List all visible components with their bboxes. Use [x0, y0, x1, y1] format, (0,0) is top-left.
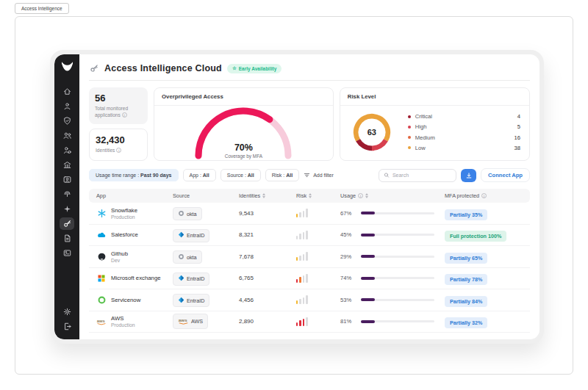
- table-row[interactable]: Servicenow EntraID 4,456 53% Partially 8…: [89, 289, 530, 311]
- add-filter-button[interactable]: Add filter: [304, 172, 334, 178]
- table-row[interactable]: awsAWSProduction awsAWS 2,890 81% Partia…: [89, 311, 530, 333]
- sidebar-item-organization[interactable]: [60, 159, 74, 171]
- app-name: AWS: [111, 315, 135, 322]
- table-row[interactable]: Microsoft exchange EntraID 6,765 74% Par…: [89, 268, 530, 290]
- brand-logo-icon: [60, 61, 74, 75]
- risk-legend-item: Medium 16: [408, 132, 520, 142]
- app-environment: Production: [111, 322, 135, 328]
- column-source[interactable]: Source: [173, 192, 239, 199]
- source-pill: EntraID: [173, 294, 209, 307]
- column-usage[interactable]: Usagei: [340, 192, 445, 199]
- filter-bar: Usage time range : Past 90 daysApp : All…: [89, 168, 530, 182]
- risk-legend-item: Critical 4: [408, 112, 520, 122]
- column-app[interactable]: App: [96, 192, 173, 199]
- table-row[interactable]: Salesforce EntraID 8,321 45% Full protec…: [89, 225, 530, 247]
- dashboard-card: Access Intelligence Cloud ☆Early Availab…: [50, 50, 544, 344]
- legend-bullet-icon: [408, 115, 411, 118]
- legend-label: Low: [415, 145, 426, 151]
- risk-legend: Critical 4 High 5 Medium 16 Low 38: [408, 112, 520, 154]
- legend-value: 16: [514, 134, 520, 141]
- info-icon[interactable]: i: [122, 112, 127, 118]
- risk-score-donut: 63: [352, 112, 392, 152]
- table-header: App Source Identities Risk Usagei MFA pr…: [89, 189, 530, 203]
- legend-bullet-icon: [408, 146, 411, 149]
- filter-pill-risk[interactable]: Risk : All: [265, 169, 299, 181]
- filter-pill-app[interactable]: App : All: [183, 169, 216, 181]
- connect-app-button[interactable]: Connect App: [481, 168, 530, 182]
- sidebar-item-identities[interactable]: [60, 100, 74, 112]
- mfa-status-badge: Full protection 100%: [445, 231, 506, 242]
- usage-percent: 81%: [340, 318, 356, 325]
- sidebar-item-logout[interactable]: [60, 320, 74, 333]
- usage-bar: [361, 299, 434, 301]
- usage-percent: 53%: [340, 297, 356, 303]
- svg-text:aws: aws: [97, 319, 105, 323]
- search-input[interactable]: [392, 173, 451, 178]
- key-icon: [62, 219, 72, 228]
- column-identities[interactable]: Identities: [239, 192, 296, 199]
- usage-percent: 45%: [340, 231, 356, 238]
- entra-logo-icon: [178, 297, 184, 305]
- page-header: Access Intelligence Cloud ☆Early Availab…: [89, 61, 530, 81]
- export-button[interactable]: [461, 169, 476, 182]
- usage-bar: [361, 320, 434, 322]
- mfa-status-badge: Partially 65%: [445, 253, 487, 264]
- table-row[interactable]: GithubDev okta 7,678 29% Partially 65%: [89, 246, 530, 268]
- okta-logo-icon: [178, 253, 184, 261]
- risk-bars: [296, 231, 340, 239]
- usage-percent: 29%: [340, 253, 356, 260]
- risk-legend-item: Low 38: [408, 142, 520, 153]
- main-content: Access Intelligence Cloud ☆Early Availab…: [79, 54, 539, 339]
- users-icon: [62, 131, 72, 140]
- gauge-value: 70%: [188, 142, 298, 153]
- entra-logo-icon: [178, 275, 184, 283]
- column-risk[interactable]: Risk: [296, 192, 340, 199]
- svg-text:aws: aws: [179, 317, 187, 322]
- info-icon[interactable]: i: [116, 148, 121, 153]
- sidebar-item-assets[interactable]: [60, 247, 74, 259]
- usage-percent: 67%: [340, 210, 356, 217]
- filter-pill-usage-time-range[interactable]: Usage time range : Past 90 days: [89, 169, 179, 181]
- search-input-wrap: [379, 169, 456, 182]
- sidebar-item-authentication[interactable]: [60, 188, 74, 201]
- sidebar-item-home[interactable]: [60, 85, 74, 98]
- sidebar-item-automations[interactable]: [60, 203, 74, 215]
- sidebar-item-settings[interactable]: [60, 306, 74, 318]
- source-pill: okta: [173, 207, 202, 220]
- apps-table: App Source Identities Risk Usagei MFA pr…: [89, 189, 530, 333]
- sidebar-item-security[interactable]: [60, 115, 74, 127]
- stat-value: 32,430: [96, 134, 141, 145]
- user-card-icon: [62, 175, 72, 184]
- legend-label: Critical: [415, 113, 432, 120]
- sidebar-item-access-intelligence[interactable]: [60, 217, 74, 230]
- source-pill: EntraID: [173, 229, 209, 242]
- legend-value: 38: [514, 145, 520, 151]
- table-row[interactable]: SnowflakeProduction okta 9,543 67% Parti…: [89, 203, 530, 225]
- risk-level-panel: Risk Level 63 Critical 4: [340, 87, 530, 161]
- mfa-status-badge: Partially 35%: [445, 209, 487, 220]
- info-icon: i: [481, 193, 487, 198]
- app-name: Servicenow: [111, 297, 140, 303]
- sidebar-item-user-directory[interactable]: [60, 173, 74, 186]
- mfa-status-badge: Partially 78%: [445, 274, 487, 285]
- sidebar-item-reports[interactable]: [60, 232, 74, 245]
- github-logo-icon: [96, 251, 107, 261]
- download-icon: [465, 172, 473, 179]
- aws-logo-icon: aws: [96, 317, 107, 327]
- sidebar-nav: [54, 54, 79, 339]
- user-gear-icon: [62, 145, 72, 155]
- usage-percent: 74%: [340, 275, 356, 281]
- identities-count: 7,678: [239, 253, 296, 260]
- filter-pill-source[interactable]: Source : All: [220, 169, 261, 181]
- fingerprint-icon: [62, 189, 72, 199]
- legend-value: 5: [517, 123, 520, 130]
- app-name: Salesforce: [111, 231, 138, 238]
- sidebar-item-access-roles[interactable]: [60, 129, 74, 142]
- column-mfa-protected[interactable]: MFA protectedi: [445, 192, 530, 199]
- legend-label: High: [415, 123, 427, 130]
- browser-tab[interactable]: Access Intelligence: [15, 3, 69, 14]
- panel-title: Risk Level: [340, 88, 529, 106]
- sidebar-item-user-access[interactable]: [60, 144, 74, 156]
- table-body: SnowflakeProduction okta 9,543 67% Parti…: [89, 203, 530, 333]
- snowflake-logo-icon: [96, 208, 107, 218]
